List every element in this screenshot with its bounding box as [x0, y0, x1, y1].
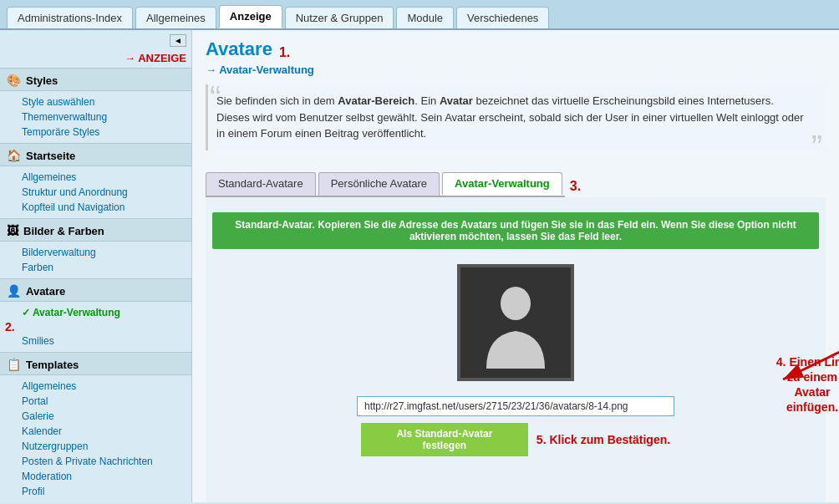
sidebar-section-bilder-farben: 🖼 Bilder & Farben Bilderverwaltung Farbe…: [0, 218, 191, 278]
step1-label: 1.: [279, 45, 290, 60]
sidebar-section-bilder-farben-header[interactable]: 🖼 Bilder & Farben: [0, 218, 191, 242]
step3-label: 3.: [570, 179, 581, 194]
avatar-left-col: 4. Einen Link zu einem Avatar einfügen.: [212, 249, 819, 460]
svg-point-1: [501, 287, 531, 320]
sidebar-section-styles: 🎨 Styles Style auswählen Themenverwaltun…: [0, 68, 191, 143]
avatare-icon: 👤: [7, 284, 21, 298]
sidebar-item-galerie[interactable]: Galerie: [18, 409, 191, 424]
breadcrumb[interactable]: Avatar-Verwaltung: [206, 64, 314, 76]
templates-icon: 📋: [7, 358, 21, 371]
sidebar-section-avatare: 👤 Avatare Avatar-Verwaltung 2. Smilies: [0, 278, 191, 352]
sidebar-item-bilderverwaltung[interactable]: Bilderverwaltung: [18, 245, 191, 260]
content-inner: Avatare 1. Avatar-Verwaltung Sie befinde…: [192, 30, 839, 502]
page-title: Avatare: [206, 38, 272, 60]
sidebar-collapse-section: ◄: [0, 30, 191, 50]
step2-number-label: 2.: [5, 320, 191, 333]
sidebar-section-startseite-header[interactable]: 🏠 Startseite: [0, 143, 191, 166]
sidebar-section-startseite: 🏠 Startseite Allgemeines Struktur und An…: [0, 143, 191, 218]
sidebar-section-templates: 📋 Templates Allgemeines Portal Galerie K…: [0, 352, 191, 502]
sidebar-item-moderation[interactable]: Moderation: [18, 469, 191, 484]
styles-icon: 🎨: [7, 74, 21, 87]
step5-label: 5. Klick zum Bestätigen.: [536, 433, 670, 446]
description-block: Sie befinden sich in dem Avatar-Bereich.…: [206, 84, 826, 150]
sidebar-item-avatar-verwaltung[interactable]: Avatar-Verwaltung: [18, 305, 191, 320]
sidebar-section-templates-items: Allgemeines Portal Galerie Kalender Nutz…: [0, 375, 191, 502]
avatar-content-row: 4. Einen Link zu einem Avatar einfügen.: [212, 249, 819, 460]
confirm-button[interactable]: Als Standard-Avatar festlegen: [361, 423, 528, 456]
sidebar-item-temporaere-styles[interactable]: Temporäre Styles: [18, 125, 191, 140]
tab-nutzer-gruppen[interactable]: Nutzer & Gruppen: [285, 7, 394, 28]
sidebar-section-styles-header[interactable]: 🎨 Styles: [0, 68, 191, 91]
sidebar: ◄ → ANZEIGE 🎨 Styles Style auswählen The…: [0, 30, 192, 502]
sidebar-item-allgemeines[interactable]: Allgemeines: [18, 170, 191, 185]
bilder-icon: 🖼: [7, 224, 18, 237]
avatar-area: [212, 257, 819, 388]
description-text: Sie befinden sich in dem Avatar-Bereich.…: [216, 94, 804, 140]
tab-verschiedenes[interactable]: Verschiedenes: [456, 7, 549, 28]
sidebar-item-templates-allgemeines[interactable]: Allgemeines: [18, 379, 191, 394]
tab-avatar-verwaltung[interactable]: Avatar-Verwaltung: [442, 172, 562, 196]
sidebar-section-startseite-items: Allgemeines Struktur und Anordnung Kopft…: [0, 166, 191, 218]
sidebar-item-struktur[interactable]: Struktur und Anordnung: [18, 185, 191, 200]
startseite-icon: 🏠: [7, 149, 21, 162]
sidebar-item-farben[interactable]: Farben: [18, 260, 191, 275]
step4-label: 4. Einen Link zu einem Avatar einfügen.: [775, 354, 839, 415]
sidebar-anzeige-label: → ANZEIGE: [0, 50, 191, 68]
inner-tabs-row: Standard-Avatare Persönliche Avatare Ava…: [206, 159, 826, 197]
sidebar-item-style-auswaehlen[interactable]: Style auswählen: [18, 94, 191, 109]
sidebar-item-nutzergruppen[interactable]: Nutzergruppen: [18, 439, 191, 454]
sidebar-section-avatare-header[interactable]: 👤 Avatare: [0, 278, 191, 302]
sidebar-collapse-btn[interactable]: ◄: [170, 34, 186, 47]
sidebar-item-posten-nachrichten[interactable]: Posten & Private Nachrichten: [18, 454, 191, 469]
sidebar-item-kopfteil[interactable]: Kopfteil und Navigation: [18, 200, 191, 215]
sidebar-section-avatare-items: Avatar-Verwaltung 2. Smilies: [0, 302, 191, 352]
tab-module[interactable]: Module: [396, 7, 454, 28]
sidebar-item-portal[interactable]: Portal: [18, 394, 191, 409]
green-info-box: Standard-Avatar. Kopieren Sie die Adress…: [212, 212, 819, 249]
confirm-row: Als Standard-Avatar festlegen 5. Klick z…: [361, 420, 670, 460]
tab-administrations-index[interactable]: Administrations-Index: [7, 7, 133, 28]
step4-annotation: 4. Einen Link zu einem Avatar einfügen.: [775, 346, 839, 384]
content-panel: Standard-Avatar. Kopieren Sie die Adress…: [206, 197, 826, 503]
avatar-silhouette: [478, 277, 553, 369]
content-area: Avatare 1. Avatar-Verwaltung Sie befinde…: [192, 30, 839, 502]
sidebar-item-kalender[interactable]: Kalender: [18, 424, 191, 439]
url-input[interactable]: [357, 396, 674, 416]
sidebar-section-bilder-farben-items: Bilderverwaltung Farben: [0, 242, 191, 278]
tab-persoenliche-avatare[interactable]: Persönliche Avatare: [318, 172, 440, 196]
sidebar-section-templates-header[interactable]: 📋 Templates: [0, 352, 191, 375]
sidebar-item-profil[interactable]: Profil: [18, 484, 191, 499]
tab-standard-avatare[interactable]: Standard-Avatare: [206, 172, 316, 196]
url-section: 4. Einen Link zu einem Avatar einfügen.: [212, 396, 819, 460]
sidebar-item-smilies[interactable]: Smilies: [18, 333, 191, 349]
top-nav: Administrations-Index Allgemeines Anzeig…: [0, 0, 839, 30]
tab-anzeige[interactable]: Anzeige: [219, 5, 282, 28]
sidebar-item-themenverwaltung[interactable]: Themenverwaltung: [18, 109, 191, 125]
inner-tabs: Standard-Avatare Persönliche Avatare Ava…: [206, 172, 565, 197]
title-row: Avatare 1.: [206, 38, 826, 64]
tab-allgemeines[interactable]: Allgemeines: [135, 7, 216, 28]
avatar-img-box: [457, 264, 574, 381]
main-layout: ◄ → ANZEIGE 🎨 Styles Style auswählen The…: [0, 30, 839, 502]
sidebar-section-styles-items: Style auswählen Themenverwaltung Temporä…: [0, 91, 191, 143]
